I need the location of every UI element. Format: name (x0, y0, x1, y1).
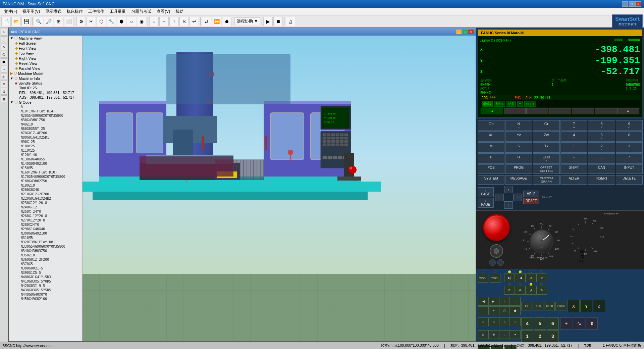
ctrl-btn-b6[interactable]: ⊕ (488, 330, 499, 339)
ctrl-btn-b1[interactable]: ◁ (478, 317, 488, 326)
key-message[interactable]: MESSAGE (505, 175, 532, 185)
ctrl-btn-a5[interactable]: - (478, 306, 488, 315)
key-n[interactable]: Nq (505, 120, 532, 131)
ctrl-btn-b8[interactable]: ● (510, 330, 521, 339)
ctrl-btn-a1[interactable]: |◀ (478, 297, 488, 306)
ctrl-btn-b4[interactable]: ▽ (510, 317, 521, 326)
menu-machine-op[interactable]: 机床操作 (64, 8, 86, 15)
spindle-btn-1[interactable] (489, 259, 496, 266)
arr-up[interactable]: ↑ (504, 186, 513, 193)
menu-file[interactable]: 文件(F) (1, 8, 20, 15)
side-btn-9[interactable]: ⊗ (1, 88, 7, 95)
key-f[interactable]: F (478, 153, 504, 164)
key-4[interactable]: 4T (560, 131, 587, 142)
tb-zoom-fit[interactable]: ⊞ (54, 17, 63, 26)
tb-btn6[interactable]: ✂ (87, 17, 96, 26)
tb-zoom-out[interactable]: 🔎 (44, 17, 53, 26)
tree-spindle-status[interactable]: ■ Spindle Status (9, 81, 82, 86)
side-btn-2[interactable]: ⬚ (1, 36, 7, 43)
menu-workpiece[interactable]: 工件操作 (86, 8, 107, 15)
tb-btn11[interactable]: ◉ (137, 17, 146, 26)
fanuc-sk-7[interactable]: ▶ (617, 108, 639, 114)
side-btn-8[interactable]: ⊕ (1, 81, 7, 87)
mode-btn-8[interactable]: ⇅ (536, 286, 547, 295)
ctrl-btn-a7[interactable]: ⬡ (499, 306, 510, 315)
ctrl-btn-a8[interactable]: ⬢ (510, 306, 521, 315)
ctrl-btn-a6[interactable]: + (488, 306, 499, 315)
num-5[interactable]: 5 (534, 317, 546, 330)
side-btn-3[interactable]: ✎ (1, 44, 7, 50)
mode-btn-6[interactable]: ⊕ (515, 286, 526, 295)
side-btn-6[interactable]: ○ (1, 66, 7, 72)
tree-full-screen[interactable]: ◆ Full Screen (9, 41, 82, 46)
key-m[interactable]: M (478, 142, 504, 153)
tb-btn5[interactable]: ⚙ (76, 17, 86, 26)
side-btn-10[interactable]: ▦ (1, 95, 7, 102)
mode-btn-2[interactable]: |◀ (515, 273, 526, 282)
key-3[interactable]: 3 (616, 142, 643, 153)
ctrl-btn-b5[interactable]: ⊖ (478, 330, 488, 339)
fanuc-sk-1[interactable]: ◀ (481, 108, 503, 114)
fanuc-mode-oprt[interactable]: OPRT (524, 101, 536, 107)
fanuc-mode-abs[interactable]: 绝量 (506, 101, 516, 107)
close-btn[interactable]: × (635, 1, 641, 7)
fanuc-mode-edit[interactable]: 编辑1 (482, 101, 493, 107)
cool-btn[interactable]: COOL (478, 274, 488, 283)
key-insert[interactable]: INSERT (588, 175, 615, 185)
tb-btn8[interactable]: 🔧 (107, 17, 116, 26)
axis-z-btn[interactable]: Z (593, 300, 605, 312)
menu-view[interactable]: 视图图(V) (20, 8, 43, 15)
tb-zoom-window[interactable]: ⬜ (64, 17, 73, 26)
key-s[interactable]: S (505, 142, 532, 153)
vp-maximize[interactable]: □ (462, 30, 468, 34)
op-updown[interactable]: ⇕ (586, 317, 598, 330)
tb-btn15[interactable]: S (179, 17, 189, 26)
tb-btn12[interactable]: ↕ (149, 17, 159, 26)
mode-btn-3[interactable]: ↺ (526, 273, 536, 282)
key-yv[interactable]: Yv (505, 131, 532, 142)
num-3[interactable]: 3 (547, 330, 559, 342)
key-dot[interactable]: . (588, 153, 615, 164)
side-btn-4[interactable]: ⬡ (1, 51, 7, 58)
key-1[interactable]: 1 (560, 142, 587, 153)
tree-reset-view[interactable]: ◆ Reset View (9, 61, 82, 66)
tb-btn10[interactable]: ○ (127, 17, 136, 26)
ctrl-btn-b3[interactable]: △ (499, 317, 510, 326)
emergency-stop-btn[interactable] (483, 214, 510, 241)
fanuc-mode-star[interactable]: ** (517, 101, 523, 107)
tb-zoom-in[interactable]: 🔍 (34, 17, 43, 26)
key-9[interactable]: 9C (616, 120, 643, 131)
fanuc-sk-3[interactable] (526, 108, 548, 114)
tb-btn13[interactable]: ↔ (159, 17, 169, 26)
tb-btn14[interactable]: T (169, 17, 179, 26)
tb-btn16[interactable]: ↩ (190, 17, 199, 26)
side-btn-7[interactable]: ◎ (1, 73, 7, 80)
ctrl-btn-a2[interactable]: ▶| (488, 297, 499, 306)
fanuc-sk-4[interactable] (549, 108, 571, 114)
key-slash[interactable]: / (616, 153, 643, 164)
key-prog[interactable]: PROG (505, 164, 532, 174)
fanuc-sk-2[interactable] (504, 108, 526, 114)
tree-machine-view[interactable]: ▼ ⬡ Machine View (9, 36, 82, 41)
tb-print[interactable]: 🖨 (286, 17, 295, 26)
key-2[interactable]: 2↑ (588, 142, 615, 153)
axis-y-btn[interactable]: Y (580, 300, 592, 312)
tb-stop[interactable]: ⏹ (273, 17, 283, 26)
fanuc-mode-rel[interactable]: 相对3 (494, 101, 505, 107)
minimize-btn[interactable]: _ (622, 1, 628, 7)
tb-play[interactable]: ▶ (263, 17, 273, 26)
tb-btn7[interactable]: ⬡ (97, 17, 106, 26)
key-custom[interactable]: CUSTOMGRAPH (533, 175, 560, 185)
key-eob[interactable]: EOBe (533, 153, 560, 164)
side-btn-5[interactable]: ⬢ (1, 58, 7, 65)
key-system[interactable]: SYSTEM (478, 175, 504, 185)
remote-assist-dropdown[interactable]: 远程协助 ▼ (234, 17, 260, 25)
key-tk[interactable]: Tk (533, 142, 560, 153)
num-4[interactable]: 4 (521, 317, 533, 330)
ctrl-btn-b2[interactable]: ▷ (488, 317, 499, 326)
tb-btn17[interactable]: ⇄ (202, 17, 211, 26)
menu-exercises[interactable]: 习题与考试 (128, 8, 154, 15)
key-shift[interactable]: SHIFT (560, 164, 587, 174)
arr-right[interactable]: → (513, 194, 522, 201)
tb-new[interactable]: 📄 (1, 17, 11, 26)
